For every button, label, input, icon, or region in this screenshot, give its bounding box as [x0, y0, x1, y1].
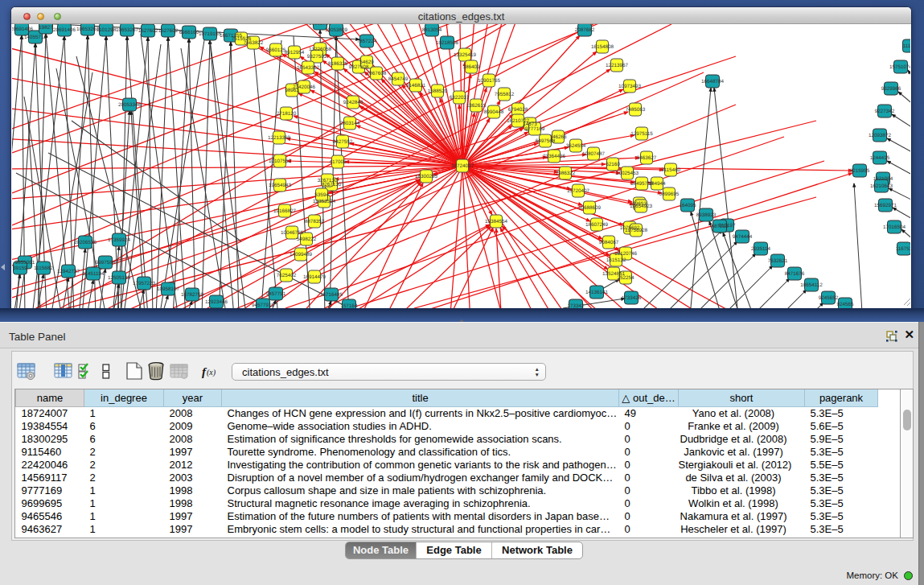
svg-text:2803144: 2803144: [340, 121, 360, 126]
svg-text:1244415: 1244415: [870, 155, 890, 161]
svg-text:12505135: 12505135: [108, 275, 131, 281]
svg-text:14055713: 14055713: [24, 35, 47, 40]
svg-text:9327503: 9327503: [307, 54, 327, 60]
svg-text:1733426: 1733426: [622, 295, 642, 301]
svg-text:12213967: 12213967: [606, 63, 629, 68]
svg-text:6966160: 6966160: [179, 30, 199, 35]
svg-text:(x): (x): [207, 368, 216, 377]
svg-text:9101298: 9101298: [97, 27, 117, 33]
svg-text:16914479: 16914479: [303, 274, 326, 280]
svg-text:19654943: 19654943: [269, 183, 292, 188]
svg-text:15751074: 15751074: [889, 64, 910, 70]
svg-text:7857224: 7857224: [357, 39, 377, 44]
svg-text:12975115: 12975115: [630, 131, 653, 137]
svg-text:12213369: 12213369: [268, 135, 291, 141]
svg-text:21364436: 21364436: [543, 154, 566, 159]
svg-text:10107552: 10107552: [269, 159, 292, 164]
svg-text:16543362: 16543362: [297, 65, 320, 71]
svg-text:16120746: 16120746: [614, 251, 638, 257]
svg-text:19166827: 19166827: [273, 208, 297, 214]
svg-text:14099489: 14099489: [290, 252, 313, 257]
svg-text:9146821: 9146821: [406, 83, 426, 89]
svg-text:9084067: 9084067: [599, 240, 619, 245]
svg-text:687213: 687213: [711, 224, 729, 229]
svg-text:62160: 62160: [606, 162, 620, 167]
svg-text:9115460: 9115460: [661, 167, 681, 173]
svg-text:10053809: 10053809: [325, 27, 348, 33]
svg-text:8938923: 8938923: [696, 212, 717, 218]
svg-text:12353594: 12353594: [313, 199, 336, 204]
svg-text:18607249: 18607249: [585, 222, 609, 228]
svg-text:10653267: 10653267: [116, 27, 139, 33]
svg-text:186409: 186409: [462, 64, 480, 70]
svg-text:10973493: 10973493: [618, 84, 642, 89]
svg-text:13226058: 13226058: [309, 47, 332, 52]
svg-text:20206536: 20206536: [74, 240, 97, 245]
svg-text:1362615: 1362615: [466, 103, 487, 109]
svg-text:7986322: 7986322: [556, 171, 576, 176]
svg-text:924565: 924565: [836, 302, 854, 307]
svg-text:10053809: 10053809: [309, 24, 332, 27]
svg-text:19654923: 19654923: [630, 204, 653, 209]
svg-text:13325419: 13325419: [454, 52, 477, 58]
svg-text:116753: 116753: [896, 246, 910, 252]
svg-text:0899695: 0899695: [659, 192, 680, 197]
svg-text:8912954: 8912954: [285, 50, 305, 56]
svg-text:17957223: 17957223: [133, 281, 156, 286]
svg-text:3267130: 3267130: [318, 178, 338, 183]
svg-text:2718120: 2718120: [277, 111, 297, 117]
svg-text:19384554: 19384554: [485, 219, 508, 225]
svg-text:10958107: 10958107: [157, 286, 180, 292]
svg-text:54629: 54629: [359, 60, 374, 65]
svg-text:8471676: 8471676: [785, 271, 805, 277]
svg-text:9327508: 9327508: [349, 64, 369, 70]
svg-text:10807487: 10807487: [582, 151, 606, 157]
svg-text:11451194: 11451194: [82, 271, 105, 277]
svg-text:7625402: 7625402: [277, 273, 297, 278]
svg-text:1527602: 1527602: [138, 28, 158, 34]
svg-text:1615132: 1615132: [606, 257, 626, 263]
svg-text:18724007: 18724007: [451, 163, 474, 169]
svg-text:16782759: 16782759: [181, 292, 204, 298]
svg-text:11173: 11173: [903, 43, 910, 49]
svg-text:9474444: 9474444: [733, 234, 753, 240]
svg-text:16648784: 16648784: [701, 79, 725, 84]
svg-text:10901765: 10901765: [478, 78, 501, 84]
svg-text:3624554: 3624554: [566, 143, 586, 149]
svg-text:8990448: 8990448: [484, 109, 504, 115]
svg-text:746266: 746266: [549, 134, 567, 140]
svg-text:16210643: 16210643: [870, 183, 893, 189]
svg-text:20691406: 20691406: [53, 27, 76, 33]
svg-text:19756928: 19756928: [625, 228, 648, 233]
svg-text:15692971: 15692971: [874, 203, 897, 208]
svg-text:6794028: 6794028: [508, 107, 528, 113]
svg-text:18300295: 18300295: [415, 174, 438, 179]
svg-text:1588520: 1588520: [428, 89, 448, 94]
svg-text:9227342: 9227342: [875, 109, 895, 114]
svg-text:12942737: 12942737: [57, 269, 80, 274]
svg-text:1527602: 1527602: [158, 28, 179, 34]
svg-text:2087682: 2087682: [575, 27, 595, 33]
svg-text:9463627: 9463627: [637, 155, 657, 161]
svg-text:16154808: 16154808: [591, 44, 614, 50]
svg-text:12093872: 12093872: [869, 133, 892, 138]
svg-text:1621064: 1621064: [873, 176, 893, 182]
svg-text:17016504: 17016504: [883, 225, 906, 230]
svg-text:9457791: 9457791: [266, 291, 286, 297]
svg-text:10046755: 10046755: [281, 230, 304, 236]
svg-text:252254: 252254: [617, 275, 634, 281]
svg-text:17359924: 17359924: [108, 237, 131, 243]
svg-text:19218506: 19218506: [436, 40, 459, 46]
svg-text:15716485: 15716485: [320, 292, 343, 298]
svg-text:15720407: 15720407: [567, 188, 590, 194]
svg-text:19827: 19827: [39, 25, 53, 31]
svg-text:9457791b: 9457791b: [252, 303, 275, 308]
svg-text:164095: 164095: [679, 203, 696, 208]
svg-text:20053346: 20053346: [118, 102, 142, 108]
svg-text:53594: 53594: [314, 192, 329, 198]
svg-text:6322037: 6322037: [450, 95, 470, 101]
svg-text:7632621: 7632621: [768, 258, 788, 264]
svg-text:14136141: 14136141: [585, 290, 609, 295]
svg-text:9242848: 9242848: [343, 100, 363, 105]
svg-text:2867608: 2867608: [367, 71, 387, 76]
